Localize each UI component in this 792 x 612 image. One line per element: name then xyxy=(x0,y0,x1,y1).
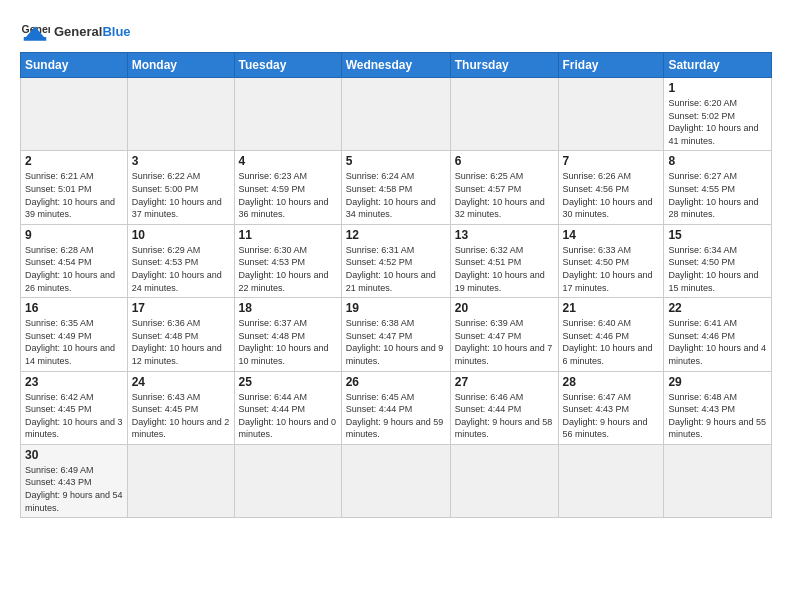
day-info: Sunrise: 6:42 AM Sunset: 4:45 PM Dayligh… xyxy=(25,391,123,441)
day-number: 15 xyxy=(668,228,767,242)
day-cell: 9Sunrise: 6:28 AM Sunset: 4:54 PM Daylig… xyxy=(21,224,128,297)
day-number: 9 xyxy=(25,228,123,242)
day-cell: 23Sunrise: 6:42 AM Sunset: 4:45 PM Dayli… xyxy=(21,371,128,444)
day-cell xyxy=(127,444,234,517)
day-cell: 28Sunrise: 6:47 AM Sunset: 4:43 PM Dayli… xyxy=(558,371,664,444)
day-info: Sunrise: 6:45 AM Sunset: 4:44 PM Dayligh… xyxy=(346,391,446,441)
day-number: 23 xyxy=(25,375,123,389)
day-cell xyxy=(341,78,450,151)
day-number: 16 xyxy=(25,301,123,315)
day-number: 8 xyxy=(668,154,767,168)
day-number: 27 xyxy=(455,375,554,389)
day-info: Sunrise: 6:49 AM Sunset: 4:43 PM Dayligh… xyxy=(25,464,123,514)
day-info: Sunrise: 6:39 AM Sunset: 4:47 PM Dayligh… xyxy=(455,317,554,367)
day-number: 19 xyxy=(346,301,446,315)
day-cell: 10Sunrise: 6:29 AM Sunset: 4:53 PM Dayli… xyxy=(127,224,234,297)
day-info: Sunrise: 6:47 AM Sunset: 4:43 PM Dayligh… xyxy=(563,391,660,441)
day-cell xyxy=(127,78,234,151)
day-number: 28 xyxy=(563,375,660,389)
day-cell: 25Sunrise: 6:44 AM Sunset: 4:44 PM Dayli… xyxy=(234,371,341,444)
day-info: Sunrise: 6:27 AM Sunset: 4:55 PM Dayligh… xyxy=(668,170,767,220)
week-row-6: 30Sunrise: 6:49 AM Sunset: 4:43 PM Dayli… xyxy=(21,444,772,517)
day-number: 13 xyxy=(455,228,554,242)
weekday-header-thursday: Thursday xyxy=(450,53,558,78)
day-info: Sunrise: 6:32 AM Sunset: 4:51 PM Dayligh… xyxy=(455,244,554,294)
day-info: Sunrise: 6:20 AM Sunset: 5:02 PM Dayligh… xyxy=(668,97,767,147)
day-cell: 12Sunrise: 6:31 AM Sunset: 4:52 PM Dayli… xyxy=(341,224,450,297)
header: General GeneralBlue xyxy=(20,16,772,46)
day-cell: 1Sunrise: 6:20 AM Sunset: 5:02 PM Daylig… xyxy=(664,78,772,151)
day-cell xyxy=(341,444,450,517)
day-cell: 4Sunrise: 6:23 AM Sunset: 4:59 PM Daylig… xyxy=(234,151,341,224)
day-cell: 15Sunrise: 6:34 AM Sunset: 4:50 PM Dayli… xyxy=(664,224,772,297)
day-number: 26 xyxy=(346,375,446,389)
day-info: Sunrise: 6:46 AM Sunset: 4:44 PM Dayligh… xyxy=(455,391,554,441)
day-info: Sunrise: 6:30 AM Sunset: 4:53 PM Dayligh… xyxy=(239,244,337,294)
day-info: Sunrise: 6:34 AM Sunset: 4:50 PM Dayligh… xyxy=(668,244,767,294)
day-info: Sunrise: 6:37 AM Sunset: 4:48 PM Dayligh… xyxy=(239,317,337,367)
day-cell xyxy=(21,78,128,151)
week-row-3: 9Sunrise: 6:28 AM Sunset: 4:54 PM Daylig… xyxy=(21,224,772,297)
day-cell: 21Sunrise: 6:40 AM Sunset: 4:46 PM Dayli… xyxy=(558,298,664,371)
day-cell: 27Sunrise: 6:46 AM Sunset: 4:44 PM Dayli… xyxy=(450,371,558,444)
week-row-4: 16Sunrise: 6:35 AM Sunset: 4:49 PM Dayli… xyxy=(21,298,772,371)
day-info: Sunrise: 6:31 AM Sunset: 4:52 PM Dayligh… xyxy=(346,244,446,294)
day-cell xyxy=(558,78,664,151)
day-number: 29 xyxy=(668,375,767,389)
day-info: Sunrise: 6:44 AM Sunset: 4:44 PM Dayligh… xyxy=(239,391,337,441)
day-info: Sunrise: 6:40 AM Sunset: 4:46 PM Dayligh… xyxy=(563,317,660,367)
day-cell: 17Sunrise: 6:36 AM Sunset: 4:48 PM Dayli… xyxy=(127,298,234,371)
weekday-header-row: SundayMondayTuesdayWednesdayThursdayFrid… xyxy=(21,53,772,78)
day-cell: 2Sunrise: 6:21 AM Sunset: 5:01 PM Daylig… xyxy=(21,151,128,224)
day-cell: 19Sunrise: 6:38 AM Sunset: 4:47 PM Dayli… xyxy=(341,298,450,371)
week-row-2: 2Sunrise: 6:21 AM Sunset: 5:01 PM Daylig… xyxy=(21,151,772,224)
day-info: Sunrise: 6:29 AM Sunset: 4:53 PM Dayligh… xyxy=(132,244,230,294)
day-cell xyxy=(664,444,772,517)
day-info: Sunrise: 6:43 AM Sunset: 4:45 PM Dayligh… xyxy=(132,391,230,441)
day-number: 18 xyxy=(239,301,337,315)
day-number: 12 xyxy=(346,228,446,242)
day-cell xyxy=(450,78,558,151)
logo: General GeneralBlue xyxy=(20,16,131,46)
day-number: 2 xyxy=(25,154,123,168)
calendar-table: SundayMondayTuesdayWednesdayThursdayFrid… xyxy=(20,52,772,518)
day-number: 10 xyxy=(132,228,230,242)
day-info: Sunrise: 6:22 AM Sunset: 5:00 PM Dayligh… xyxy=(132,170,230,220)
day-cell: 11Sunrise: 6:30 AM Sunset: 4:53 PM Dayli… xyxy=(234,224,341,297)
day-info: Sunrise: 6:35 AM Sunset: 4:49 PM Dayligh… xyxy=(25,317,123,367)
day-number: 25 xyxy=(239,375,337,389)
day-cell: 13Sunrise: 6:32 AM Sunset: 4:51 PM Dayli… xyxy=(450,224,558,297)
day-cell: 14Sunrise: 6:33 AM Sunset: 4:50 PM Dayli… xyxy=(558,224,664,297)
day-cell: 5Sunrise: 6:24 AM Sunset: 4:58 PM Daylig… xyxy=(341,151,450,224)
day-info: Sunrise: 6:25 AM Sunset: 4:57 PM Dayligh… xyxy=(455,170,554,220)
day-info: Sunrise: 6:36 AM Sunset: 4:48 PM Dayligh… xyxy=(132,317,230,367)
day-cell: 7Sunrise: 6:26 AM Sunset: 4:56 PM Daylig… xyxy=(558,151,664,224)
day-number: 4 xyxy=(239,154,337,168)
day-cell: 29Sunrise: 6:48 AM Sunset: 4:43 PM Dayli… xyxy=(664,371,772,444)
day-number: 21 xyxy=(563,301,660,315)
day-cell: 22Sunrise: 6:41 AM Sunset: 4:46 PM Dayli… xyxy=(664,298,772,371)
day-cell: 18Sunrise: 6:37 AM Sunset: 4:48 PM Dayli… xyxy=(234,298,341,371)
logo-icon: General xyxy=(20,16,50,46)
week-row-5: 23Sunrise: 6:42 AM Sunset: 4:45 PM Dayli… xyxy=(21,371,772,444)
svg-rect-2 xyxy=(24,37,47,41)
day-cell: 26Sunrise: 6:45 AM Sunset: 4:44 PM Dayli… xyxy=(341,371,450,444)
day-info: Sunrise: 6:41 AM Sunset: 4:46 PM Dayligh… xyxy=(668,317,767,367)
day-number: 24 xyxy=(132,375,230,389)
day-info: Sunrise: 6:21 AM Sunset: 5:01 PM Dayligh… xyxy=(25,170,123,220)
day-number: 7 xyxy=(563,154,660,168)
day-number: 6 xyxy=(455,154,554,168)
week-row-1: 1Sunrise: 6:20 AM Sunset: 5:02 PM Daylig… xyxy=(21,78,772,151)
day-info: Sunrise: 6:26 AM Sunset: 4:56 PM Dayligh… xyxy=(563,170,660,220)
day-number: 5 xyxy=(346,154,446,168)
day-cell: 6Sunrise: 6:25 AM Sunset: 4:57 PM Daylig… xyxy=(450,151,558,224)
day-info: Sunrise: 6:28 AM Sunset: 4:54 PM Dayligh… xyxy=(25,244,123,294)
day-number: 11 xyxy=(239,228,337,242)
day-cell xyxy=(558,444,664,517)
day-cell xyxy=(450,444,558,517)
day-cell: 16Sunrise: 6:35 AM Sunset: 4:49 PM Dayli… xyxy=(21,298,128,371)
day-number: 14 xyxy=(563,228,660,242)
day-number: 30 xyxy=(25,448,123,462)
weekday-header-saturday: Saturday xyxy=(664,53,772,78)
page: General GeneralBlue SundayMondayTuesdayW… xyxy=(0,0,792,528)
